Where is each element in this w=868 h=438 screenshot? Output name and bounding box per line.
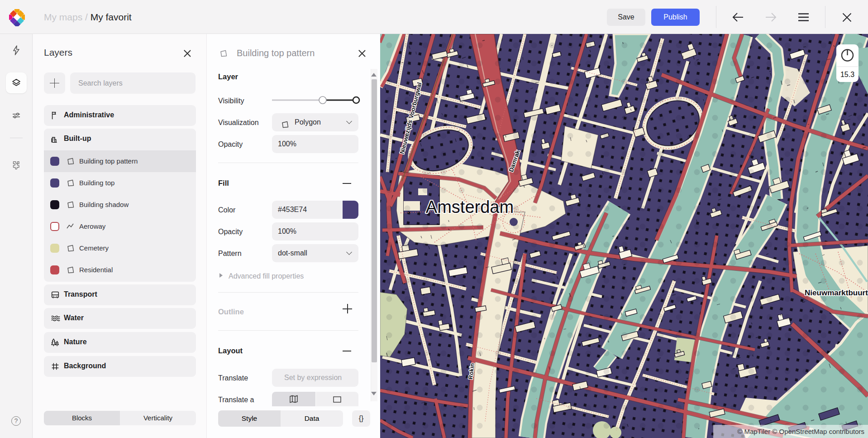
svg-text:15.3: 15.3: [840, 71, 854, 78]
svg-text:© MapTiler © OpenStreetMap con: © MapTiler © OpenStreetMap contributors: [737, 428, 864, 435]
